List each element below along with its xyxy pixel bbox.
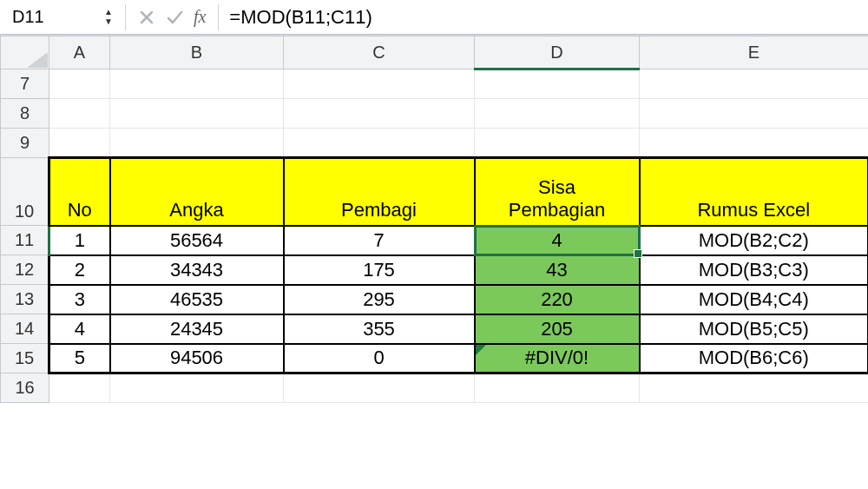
cell-C11[interactable]: 7	[284, 226, 475, 255]
col-head-A[interactable]: A	[49, 36, 110, 69]
cell-E15[interactable]: MOD(B6;C6)	[640, 344, 869, 373]
cell-A8[interactable]	[49, 99, 110, 129]
cell-A7[interactable]	[49, 69, 110, 99]
col-head-D[interactable]: D	[475, 36, 640, 69]
fx-label[interactable]: fx	[190, 7, 209, 27]
select-all-corner[interactable]	[1, 36, 49, 69]
cell-C10[interactable]: Pembagi	[284, 158, 475, 226]
row-head-16[interactable]: 16	[1, 373, 49, 403]
cell-B11[interactable]: 56564	[110, 226, 284, 255]
check-icon	[165, 8, 184, 27]
cell-D7[interactable]	[475, 69, 640, 99]
col-head-C[interactable]: C	[284, 36, 475, 69]
divider	[218, 4, 219, 30]
column-header-row: A B C D E	[1, 36, 869, 69]
grid-table: A B C D E 7 8 9	[0, 36, 868, 403]
spreadsheet-grid[interactable]: A B C D E 7 8 9	[0, 35, 868, 403]
row-10: 10 No Angka Pembagi Sisa Pembagian Rumus…	[1, 158, 869, 226]
row-13: 13 3 46535 295 220 MOD(B4;C4)	[1, 285, 869, 314]
row-15: 15 5 94506 0 #DIV/0! MOD(B6;C6)	[1, 344, 869, 373]
row-head-10[interactable]: 10	[1, 158, 49, 226]
row-7: 7	[1, 69, 869, 99]
cell-D11[interactable]: 4	[475, 226, 640, 255]
col-head-E[interactable]: E	[640, 36, 869, 69]
cell-D9[interactable]	[475, 129, 640, 158]
cell-B12[interactable]: 34343	[110, 255, 284, 285]
cell-E9[interactable]	[640, 129, 869, 158]
row-14: 14 4 24345 355 205 MOD(B5;C5)	[1, 314, 869, 344]
cell-A16[interactable]	[49, 373, 110, 403]
stepper-up-icon[interactable]: ▲	[104, 8, 113, 17]
row-8: 8	[1, 99, 869, 129]
cell-D8[interactable]	[475, 99, 640, 129]
cell-B8[interactable]	[110, 99, 284, 129]
cell-A12[interactable]: 2	[49, 255, 110, 285]
cell-A14[interactable]: 4	[49, 314, 110, 344]
cell-B16[interactable]	[110, 373, 284, 403]
cell-C16[interactable]	[284, 373, 475, 403]
formula-cancel-button[interactable]	[135, 5, 159, 30]
stepper-down-icon[interactable]: ▼	[104, 17, 113, 26]
row-9: 9	[1, 129, 869, 158]
cell-C14[interactable]: 355	[284, 314, 475, 344]
cell-B7[interactable]	[110, 69, 284, 99]
row-head-12[interactable]: 12	[1, 255, 49, 285]
formula-input[interactable]	[227, 0, 863, 34]
cell-C7[interactable]	[284, 69, 475, 99]
cell-B10[interactable]: Angka	[110, 158, 284, 226]
cell-D14[interactable]: 205	[475, 314, 640, 344]
cell-E14[interactable]: MOD(B5;C5)	[640, 314, 869, 344]
cell-C9[interactable]	[284, 129, 475, 158]
row-11: 11 1 56564 7 4 MOD(B2;C2)	[1, 226, 869, 255]
cell-A15[interactable]: 5	[49, 344, 110, 373]
cell-C13[interactable]: 295	[284, 285, 475, 314]
cell-E7[interactable]	[640, 69, 869, 99]
cell-B15[interactable]: 94506	[110, 344, 284, 373]
cell-C15[interactable]: 0	[284, 344, 475, 373]
row-head-8[interactable]: 8	[1, 99, 49, 129]
row-head-15[interactable]: 15	[1, 344, 49, 373]
cell-D10[interactable]: Sisa Pembagian	[475, 158, 640, 226]
row-head-7[interactable]: 7	[1, 69, 49, 99]
cell-B13[interactable]: 46535	[110, 285, 284, 314]
row-12: 12 2 34343 175 43 MOD(B3;C3)	[1, 255, 869, 285]
divider	[125, 4, 126, 30]
row-16: 16	[1, 373, 869, 403]
cell-A10[interactable]: No	[49, 158, 110, 226]
cell-D15[interactable]: #DIV/0!	[475, 344, 640, 373]
cell-E10[interactable]: Rumus Excel	[640, 158, 869, 226]
formula-confirm-button[interactable]	[162, 5, 187, 30]
cell-E11[interactable]: MOD(B2;C2)	[640, 226, 869, 255]
cell-A9[interactable]	[49, 129, 110, 158]
cell-E8[interactable]	[640, 99, 869, 129]
cell-C8[interactable]	[284, 99, 475, 129]
cell-D12[interactable]: 43	[475, 255, 640, 285]
cell-C12[interactable]: 175	[284, 255, 475, 285]
header-sisa-line1: Sisa	[479, 176, 635, 199]
name-box[interactable]: D11	[5, 3, 101, 31]
row-head-13[interactable]: 13	[1, 285, 49, 314]
close-icon	[138, 9, 155, 26]
cell-D16[interactable]	[475, 373, 640, 403]
cell-A11[interactable]: 1	[49, 226, 110, 255]
cell-E16[interactable]	[640, 373, 869, 403]
cell-D13[interactable]: 220	[475, 285, 640, 314]
cell-E13[interactable]: MOD(B4;C4)	[640, 285, 869, 314]
name-box-stepper[interactable]: ▲ ▼	[104, 5, 116, 30]
row-head-14[interactable]: 14	[1, 314, 49, 344]
row-head-9[interactable]: 9	[1, 129, 49, 158]
formula-bar: D11 ▲ ▼ fx	[0, 0, 868, 35]
col-head-B[interactable]: B	[110, 36, 284, 69]
row-head-11[interactable]: 11	[1, 226, 49, 255]
cell-B14[interactable]: 24345	[110, 314, 284, 344]
header-sisa-line2: Pembagian	[479, 199, 635, 221]
cell-A13[interactable]: 3	[49, 285, 110, 314]
cell-E12[interactable]: MOD(B3;C3)	[640, 255, 869, 285]
cell-B9[interactable]	[110, 129, 284, 158]
